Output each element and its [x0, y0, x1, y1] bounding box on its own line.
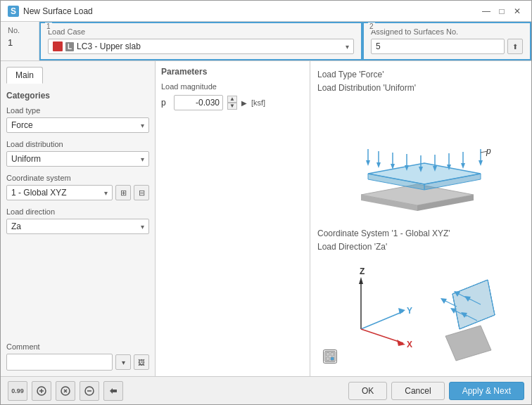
lc-name: LC3 - Upper slab	[77, 41, 343, 51]
maximize-button[interactable]: □	[495, 5, 509, 18]
load-type-dropdown-icon: ▾	[141, 122, 144, 129]
header-loadcase: 1 Load Case L LC3 - Upper slab ▾	[39, 22, 362, 60]
title-bar: S New Surface Load — □ ✕	[1, 1, 531, 22]
apply-next-button[interactable]: Apply & Next	[449, 382, 524, 400]
surfaces-row: ⬆	[371, 39, 523, 54]
param-p-input[interactable]	[174, 95, 223, 110]
header-surfaces: 2 Assigned to Surfaces No. ⬆	[362, 22, 531, 60]
col2-num: 2	[368, 22, 375, 30]
coord-row: 1 - Global XYZ ▾ ⊞ ⊟	[6, 185, 149, 200]
surfaces-input[interactable]	[371, 39, 505, 54]
comment-select[interactable]	[6, 354, 113, 371]
param-row: p ▲ ▼ ▶ [ksf]	[161, 95, 304, 110]
footer: 0.99 OK Cancel Apply & Next	[1, 376, 531, 404]
svg-rect-53	[327, 353, 329, 356]
diagram-export-button[interactable]	[323, 349, 337, 364]
minimize-button[interactable]: —	[479, 5, 493, 18]
left-panel: Main Categories Load type Force ▾ Load d…	[1, 61, 156, 376]
svg-line-29	[361, 311, 403, 329]
svg-line-32	[361, 329, 403, 343]
footer-btn-2[interactable]	[32, 381, 51, 401]
load-type-label: Load type	[6, 106, 149, 115]
tab-main[interactable]: Main	[6, 67, 43, 84]
surfaces-label: Assigned to Surfaces No.	[371, 27, 523, 36]
load-dir-value: Za	[11, 221, 141, 231]
middle-panel: Parameters Load magnitude p ▲ ▼ ▶ [ksf]	[156, 61, 310, 376]
param-unit: [ksf]	[251, 98, 265, 107]
main-window: S New Surface Load — □ ✕ No. 1 1 Load Ca…	[0, 0, 532, 405]
load-dist-label: Load distribution	[6, 140, 149, 148]
diagram-bottom: Z Y X	[317, 257, 524, 369]
svg-marker-33	[397, 340, 405, 346]
load-info-line1: Load Type 'Force'	[317, 68, 524, 82]
svg-text:X: X	[407, 340, 412, 349]
footer-btn-5[interactable]	[103, 381, 123, 401]
load-dir-dropdown-icon: ▾	[141, 223, 144, 231]
load-dist-group: Load distribution Uniform ▾	[6, 140, 149, 167]
coord-btn2[interactable]: ⊟	[134, 185, 149, 200]
coord-system-group: Coordinate system 1 - Global XYZ ▾ ⊞ ⊟	[6, 174, 149, 200]
coord-diagram: Z Y X	[340, 259, 502, 368]
tabs-row: Main	[6, 67, 149, 84]
footer-btn-1[interactable]: 0.99	[8, 381, 27, 401]
surfaces-pick-button[interactable]: ⬆	[507, 39, 523, 54]
param-p-letter: p	[161, 98, 170, 108]
svg-marker-36	[452, 280, 495, 329]
window-icon: S	[8, 6, 19, 17]
lc-color-swatch	[53, 41, 63, 51]
coord-dropdown-icon: ▾	[104, 189, 108, 197]
comment-row: ▾ 🖼	[6, 354, 149, 371]
window-icon-label: S	[11, 6, 16, 16]
categories-title: Categories	[6, 91, 149, 101]
col1-num: 1	[45, 22, 52, 30]
header-row: No. 1 1 Load Case L LC3 - Upper slab ▾ 2…	[1, 22, 531, 61]
load-info-line2: Load Distribution 'Uniform'	[317, 82, 524, 95]
load-dir-group: Load direction Za ▾	[6, 207, 149, 234]
load-dir-select[interactable]: Za ▾	[6, 219, 149, 234]
coord-value: 1 - Global XYZ	[11, 188, 104, 198]
comment-area: Comment ▾ 🖼	[6, 342, 149, 371]
spin-down-button[interactable]: ▼	[227, 103, 237, 110]
svg-marker-41	[445, 326, 491, 361]
loadcase-select[interactable]: L LC3 - Upper slab ▾	[48, 39, 354, 54]
footer-left: 0.99	[8, 381, 123, 401]
coord-select[interactable]: 1 - Global XYZ ▾	[6, 185, 113, 200]
close-button[interactable]: ✕	[510, 5, 524, 18]
comment-image-btn[interactable]: 🖼	[134, 354, 149, 370]
svg-marker-23	[479, 160, 483, 166]
load-type-select[interactable]: Force ▾	[6, 117, 149, 133]
no-label: No.	[8, 26, 32, 34]
ok-button[interactable]: OK	[348, 382, 387, 400]
export-icon	[324, 350, 336, 363]
svg-rect-55	[327, 357, 329, 360]
coord-label: Coordinate system	[6, 174, 149, 182]
svg-rect-56	[331, 357, 334, 360]
comment-label: Comment	[6, 342, 149, 351]
header-no: No. 1	[1, 22, 39, 60]
footer-btn-4[interactable]	[80, 381, 99, 401]
diagram-top: p	[317, 99, 524, 219]
load-dist-select[interactable]: Uniform ▾	[6, 151, 149, 167]
svg-text:Z: Z	[360, 266, 365, 276]
svg-rect-54	[331, 353, 334, 356]
svg-marker-19	[461, 163, 465, 169]
loadcase-label: Load Case	[48, 27, 354, 36]
lc-letter: L	[65, 42, 74, 51]
load-mag-label: Load magnitude	[161, 82, 304, 91]
spin-up-button[interactable]: ▲	[227, 96, 237, 103]
footer-btn-3[interactable]	[56, 381, 75, 401]
svg-marker-13	[376, 162, 381, 168]
coord-info: Coordinate System '1 - Global XYZ' Load …	[317, 227, 524, 254]
svg-marker-21	[366, 160, 370, 166]
coord-btn1[interactable]: ⊞	[115, 185, 131, 200]
param-forward-icon[interactable]: ▶	[241, 99, 247, 107]
title-controls: — □ ✕	[479, 5, 524, 18]
lc-dropdown-icon: ▾	[346, 43, 349, 51]
cancel-button[interactable]: Cancel	[391, 382, 444, 400]
footer-right: OK Cancel Apply & Next	[348, 382, 524, 400]
svg-marker-27	[359, 277, 363, 284]
load-type-value: Force	[11, 120, 141, 130]
load-dir-label: Load direction	[6, 207, 149, 216]
comment-dropdown-btn[interactable]: ▾	[115, 354, 131, 370]
coord-info-line1: Coordinate System '1 - Global XYZ'	[317, 227, 524, 240]
